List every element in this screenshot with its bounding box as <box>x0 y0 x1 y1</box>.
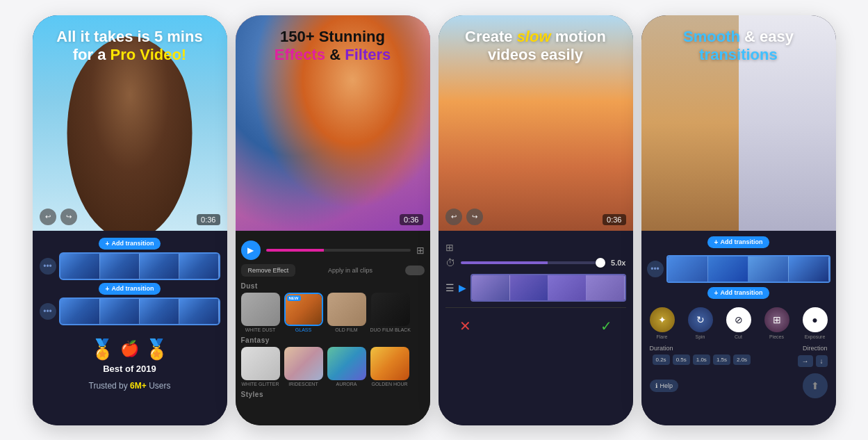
effect-aurora[interactable]: AURORA <box>327 347 366 386</box>
pieces-icon: ⊞ <box>764 307 789 332</box>
transition-pieces[interactable]: ⊞ Pieces <box>764 307 789 339</box>
divider-line <box>445 307 626 308</box>
card2-and-text: & <box>325 46 345 63</box>
effect-white-glitter[interactable]: WHITE GLITTER <box>241 347 280 386</box>
card4-headline-line2: transitions <box>655 46 822 64</box>
card3-timer: 0:36 <box>603 214 625 225</box>
card4-add-label-2: Add transition <box>720 289 762 296</box>
fantasy-effects-grid: WHITE GLITTER IRIDESCENT AURORA <box>241 347 425 386</box>
redo-button[interactable]: ↪ <box>60 209 77 225</box>
card4-clip-row: ••• <box>647 255 830 283</box>
plus-icon-4: + <box>714 238 719 246</box>
effects-timeline[interactable] <box>266 249 411 252</box>
flare-icon: ✦ <box>650 307 675 332</box>
spin-icon: ↻ <box>688 307 713 332</box>
clip-strip-1 <box>59 252 220 280</box>
add-transition-label-1b: Add transition <box>111 285 154 292</box>
card2-headline-line2: Effects & Filters <box>249 46 416 64</box>
transitions-grid: ✦ Flare ↻ Spin ⊘ Cut ⊞ Pieces ● Exposu <box>647 307 830 339</box>
transition-flare[interactable]: ✦ Flare <box>650 307 675 339</box>
speed-value: 5.0x <box>611 259 625 267</box>
dur-btn-10[interactable]: 1.0s <box>693 355 710 365</box>
card3-headline: Create slow motion videos easily <box>439 28 633 65</box>
help-button[interactable]: ℹ Help <box>650 380 679 392</box>
duration-direction-labels: Duration Direction <box>647 345 830 352</box>
speed-control: ⏱ 5.0x <box>445 257 626 268</box>
card2-timer: 0:36 <box>400 214 423 225</box>
card3-ct-3 <box>548 275 587 300</box>
dur-btn-20[interactable]: 2.0s <box>733 355 751 365</box>
clip-strip-2 <box>59 298 220 325</box>
card3-clip-area: ☰ ▶ <box>445 274 626 302</box>
speed-slider[interactable] <box>461 261 606 264</box>
card3-redo-btn[interactable]: ↪ <box>466 209 483 225</box>
dir-down-btn[interactable]: ↓ <box>816 355 828 367</box>
card2-video-preview: 150+ Stunning Effects & Filters 0:36 <box>236 15 430 231</box>
card4-ct-3 <box>748 256 789 282</box>
apply-all-label: Apply in all clips <box>321 264 379 277</box>
dir-right-btn[interactable]: → <box>798 355 813 367</box>
effect-golden-hour[interactable]: GOLDEN HOUR <box>370 347 409 386</box>
card3-ct-1 <box>472 275 510 300</box>
help-circle-icon: ℹ <box>655 382 657 389</box>
undo-button[interactable]: ↩ <box>40 209 56 225</box>
card4-add-trans-row: + Add transition <box>647 236 830 251</box>
transition-cut[interactable]: ⊘ Cut <box>726 307 751 339</box>
grid-icon: ⊞ <box>416 245 425 256</box>
spin-label: Spin <box>695 334 705 339</box>
duo-film-thumb <box>371 293 410 326</box>
section-fantasy-label: Fantasy <box>241 336 425 344</box>
action-buttons: ✕ ✓ <box>445 312 626 340</box>
cancel-button[interactable]: ✕ <box>459 318 471 334</box>
effect-white-dust[interactable]: WHITE DUST <box>241 293 280 332</box>
phone-card-3: Create slow motion videos easily ↩ ↪ 0:3… <box>439 15 633 425</box>
card1-bottom: + Add transition ••• + Add transition <box>33 231 227 425</box>
duration-direction-controls: 0.2s 0.5s 1.0s 1.5s 2.0s → ↓ <box>647 355 830 368</box>
dur-btn-05[interactable]: 0.5s <box>673 355 690 365</box>
card4-add-transition-btn[interactable]: + Add transition <box>707 236 770 248</box>
phone-card-1: All it takes is 5 mins for a Pro Video! … <box>33 15 227 425</box>
trusted-suffix: Users <box>147 381 171 391</box>
white-glitter-thumb <box>241 347 280 380</box>
clip-options-btn-2[interactable]: ••• <box>40 303 56 320</box>
direction-buttons: → ↓ <box>798 355 828 367</box>
add-transition-btn-1[interactable]: + Add transition <box>99 238 161 250</box>
play-button[interactable]: ▶ <box>241 241 261 260</box>
card3-video-controls: ↩ ↪ <box>445 209 483 225</box>
effect-old-film[interactable]: OLD FILM <box>327 293 366 332</box>
award-section: 🏅 🍎 🏅 Best of 2019 <box>90 338 169 374</box>
remove-effect-btn[interactable]: Remove Effect <box>241 264 296 277</box>
effect-glass[interactable]: NEW GLASS <box>284 293 323 332</box>
section-styles-label: Styles <box>241 391 425 398</box>
clip-thumb-4 <box>179 254 219 279</box>
card4-options-btn[interactable]: ••• <box>647 261 664 277</box>
card4-smooth-text: Smooth <box>683 28 740 45</box>
plus-icon: + <box>106 240 110 247</box>
card4-add-transition-btn-2[interactable]: + Add transition <box>707 287 770 299</box>
golden-hour-thumb <box>370 347 409 380</box>
clip-options-btn[interactable]: ••• <box>40 258 56 275</box>
card3-create-text: Create <box>465 28 517 45</box>
plus-icon-4b: + <box>714 289 719 297</box>
card1-headline-prefix: for a <box>73 46 110 63</box>
confirm-button[interactable]: ✓ <box>600 318 612 334</box>
add-transition-btn-1b[interactable]: + Add transition <box>99 283 161 295</box>
card3-ct-4 <box>587 275 625 300</box>
duo-film-label: DUO FILM BLACK <box>370 327 411 332</box>
card3-undo-btn[interactable]: ↩ <box>445 209 462 225</box>
effect-duo-film[interactable]: DUO FILM BLACK <box>370 293 411 332</box>
card3-play-icon[interactable]: ▶ <box>459 282 466 293</box>
card4-add-label: Add transition <box>720 238 762 245</box>
export-button[interactable]: ⬆ <box>803 373 828 398</box>
effect-iridescent[interactable]: IRIDESCENT <box>284 347 323 386</box>
transition-exposure[interactable]: ● Exposure <box>803 307 828 339</box>
transition-spin[interactable]: ↻ Spin <box>688 307 713 339</box>
cut-label: Cut <box>735 334 742 339</box>
card4-easy-text: & easy <box>740 28 794 45</box>
help-label: Help <box>660 382 673 389</box>
dur-btn-15[interactable]: 1.5s <box>713 355 730 365</box>
card4-add-trans2: + Add transition <box>647 287 830 302</box>
apply-toggle[interactable] <box>405 266 425 275</box>
card1-headline: All it takes is 5 mins for a Pro Video! <box>33 28 227 65</box>
dur-btn-02[interactable]: 0.2s <box>653 355 670 365</box>
